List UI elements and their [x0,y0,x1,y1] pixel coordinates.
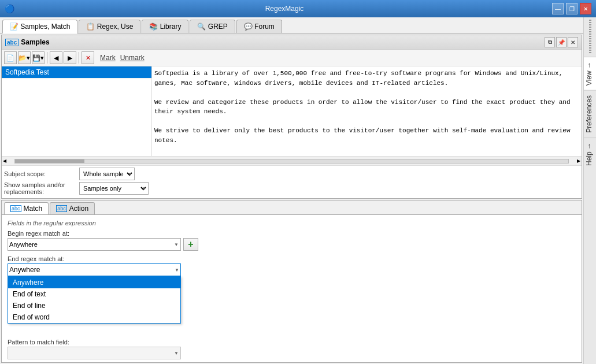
title-bar: 🔵 RegexMagic — ❐ ✕ [0,0,596,17]
open-dropdown-btn[interactable]: 📂▾ [18,51,31,64]
pattern-match-select-wrapper [8,347,181,359]
tab-match[interactable]: abc Match [4,202,49,214]
end-regex-group: End regex match at: Anywhere ▼ [8,255,576,276]
tab-regex-use[interactable]: 📋 Regex, Use [79,20,140,33]
app-logo: 🔵 [5,4,14,13]
minimize-button[interactable]: — [552,3,564,14]
panel-close-btn[interactable]: ✕ [568,37,578,47]
end-regex-label: End regex match at: [8,255,576,262]
unmark-btn[interactable]: Unmark [120,54,145,62]
subject-scope-select-wrapper: Whole sample Each line Each word [79,168,135,180]
dropdown-item-end-of-word[interactable]: End of word [8,311,180,323]
mark-unmark-area: Mark Unmark [95,54,579,62]
tab-library-icon: 📚 [149,23,158,31]
pattern-match-row [8,347,576,359]
sample-item[interactable]: Softpedia Test [2,66,151,79]
add-begin-regex-btn[interactable]: + [183,238,198,251]
dropdown-item-end-of-text[interactable]: End of text [8,288,180,300]
hscroll-thumb[interactable] [15,159,84,163]
begin-regex-select[interactable]: Anywhere Start of text Start of line Sta… [8,238,181,251]
new-sample-btn[interactable]: 📄 [4,51,17,64]
samples-panel: abc Samples ⧉ 📌 ✕ 📄 📂▾ 💾▾ ◀ ▶ ✕ [1,35,582,199]
sidebar-view[interactable]: View → [584,57,596,90]
samples-body: Softpedia Test Softpedia is a library of… [2,66,582,156]
main-container: 📝 Samples, Match 📋 Regex, Use 📚 Library … [0,17,596,364]
tab-forum[interactable]: 💬 Forum [236,20,282,33]
subject-scope-select[interactable]: Whole sample Each line Each word [79,168,135,180]
panel-pin-btn[interactable]: 📌 [556,37,567,47]
undo-btn[interactable]: ◀ [50,51,62,64]
samples-list[interactable]: Softpedia Test [2,66,152,156]
tab-regex-use-icon: 📋 [86,23,95,31]
dropdown-item-anywhere[interactable]: Anywhere [8,277,180,288]
right-sidebar: View → Preferences Help → [583,17,596,364]
tab-library[interactable]: 📚 Library [142,20,188,33]
hscroll-track[interactable] [14,159,569,164]
delete-btn[interactable]: ✕ [82,51,94,64]
tab-action[interactable]: abc Action [50,202,95,214]
samples-panel-controls: ⧉ 📌 ✕ [545,37,578,47]
sidebar-preferences[interactable]: Preferences [584,90,596,138]
toolbar-sep-2 [79,52,79,64]
dropdown-arrow-icon: ▼ [175,268,179,273]
end-regex-select-shown-wrapper: Anywhere ▼ Anywhere End of text [8,263,181,276]
window-controls: — ❐ ✕ [552,3,591,14]
samples-icon: abc [5,39,18,46]
begin-regex-group: Begin regex match at: Anywhere Start of … [8,230,576,251]
form-section: Fields in the regular expression Begin r… [2,215,582,363]
bottom-panel: abc Match abc Action Fields in the regul… [1,200,582,363]
end-regex-dropdown-list[interactable]: Anywhere End of text End of line [8,276,181,324]
samples-toolbar: 📄 📂▾ 💾▾ ◀ ▶ ✕ Mark Unmark [2,50,582,66]
end-regex-dropdown-container: Anywhere ▼ Anywhere End of text [8,263,181,276]
samples-footer: Subject scope: Whole sample Each line Ea… [2,165,582,198]
samples-panel-title: abc Samples [5,38,50,46]
sidebar-grip [589,20,591,54]
mark-btn[interactable]: Mark [100,54,116,62]
tab-grep-icon: 🔍 [197,23,206,31]
subject-scope-row: Subject scope: Whole sample Each line Ea… [4,168,579,180]
redo-btn[interactable]: ▶ [64,51,76,64]
tab-forum-icon: 💬 [244,23,253,31]
begin-regex-select-wrapper: Anywhere Start of text Start of line Sta… [8,238,181,251]
show-samples-label: Show samples and/or replacements: [4,181,79,195]
fields-section-title: Fields in the regular expression [8,220,576,226]
sample-text-content: Softpedia is a library of over 1,500,000… [154,69,579,145]
match-tab-icon: abc [10,205,21,212]
action-tab-icon: abc [56,205,67,212]
main-tab-bar: 📝 Samples, Match 📋 Regex, Use 📚 Library … [0,17,583,34]
end-regex-row: Anywhere ▼ Anywhere End of text [8,263,576,276]
pattern-match-group: Pattern to match field: [8,339,576,359]
panel-restore-btn[interactable]: ⧉ [545,37,555,47]
begin-regex-label: Begin regex match at: [8,230,576,237]
subject-scope-label: Subject scope: [4,170,79,177]
app-title: RegexMagic [17,5,552,13]
dropdown-item-end-of-line[interactable]: End of line [8,300,180,311]
begin-regex-row: Anywhere Start of text Start of line Sta… [8,238,576,251]
toolbar-sep-1 [47,52,47,64]
content-area: 📝 Samples, Match 📋 Regex, Use 📚 Library … [0,17,583,364]
show-samples-row: Show samples and/or replacements: Sample… [4,181,579,195]
restore-button[interactable]: ❐ [566,3,578,14]
tab-samples-match[interactable]: 📝 Samples, Match [2,20,77,34]
samples-panel-header: abc Samples ⧉ 📌 ✕ [2,35,582,50]
show-samples-select[interactable]: Samples only Replacements only Both [79,182,149,195]
scroll-left-arrow[interactable]: ◀ [3,158,6,164]
scroll-right-arrow[interactable]: ▶ [577,158,580,164]
end-regex-select-shown[interactable]: Anywhere ▼ [8,263,181,276]
sidebar-help[interactable]: Help → [584,138,596,170]
tab-samples-match-icon: 📝 [10,23,18,31]
pattern-match-label: Pattern to match field: [8,339,576,346]
show-samples-select-wrapper: Samples only Replacements only Both [79,182,149,195]
save-dropdown-btn[interactable]: 💾▾ [32,51,45,64]
close-button[interactable]: ✕ [580,3,591,14]
sample-text-area[interactable]: Softpedia is a library of over 1,500,000… [152,66,582,156]
pattern-match-select[interactable] [8,347,181,359]
inner-tab-bar: abc Match abc Action [2,200,582,215]
samples-hscroll[interactable]: ◀ ▶ [2,156,582,165]
tab-grep[interactable]: 🔍 GREP [190,20,235,33]
